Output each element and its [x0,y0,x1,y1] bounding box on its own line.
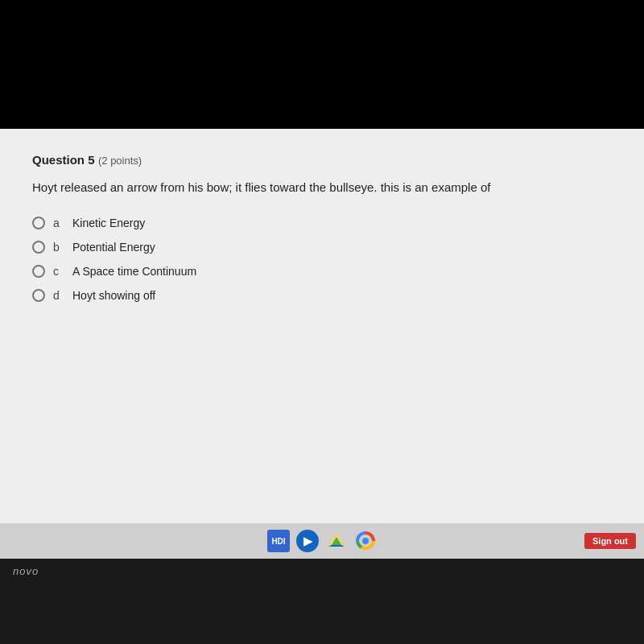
radio-b[interactable] [32,241,45,254]
top-black-bar [0,0,644,129]
question-text: Hoyt released an arrow from his bow; it … [32,179,612,197]
question-label: Question 5 [32,153,95,167]
chrome-icon[interactable] [354,530,377,552]
brand-label: novo [13,565,39,577]
bottom-section: novo [0,559,644,644]
taskbar-right-area: Sign out [584,533,636,549]
drive-icon[interactable] [325,530,348,552]
option-item-b: b Potential Energy [32,241,612,254]
radio-c[interactable] [32,265,45,278]
radio-a[interactable] [32,217,45,229]
option-text-c: A Space time Continuum [72,265,196,278]
taskbar-center-icons: HDI ▶ [267,530,377,552]
hdi-icon[interactable]: HDI [267,530,290,552]
option-letter-b: b [53,241,64,254]
taskbar: HDI ▶ Sign out [0,523,644,559]
media-icon[interactable]: ▶ [296,530,319,552]
options-list: a Kinetic Energy b Potential Energy c A … [32,217,612,302]
option-letter-d: d [53,289,64,302]
option-text-b: Potential Energy [72,241,155,254]
option-text-d: Hoyt showing off [72,289,155,302]
svg-point-4 [362,538,369,544]
option-item-c: c A Space time Continuum [32,265,612,278]
option-letter-a: a [53,217,64,229]
question-points-value: (2 points) [98,155,142,167]
radio-d[interactable] [32,289,45,302]
question-header: Question 5 (2 points) [32,153,612,167]
main-content: Question 5 (2 points) Hoyt released an a… [0,129,644,523]
option-item-a: a Kinetic Energy [32,217,612,229]
sign-out-button[interactable]: Sign out [584,533,636,549]
option-text-a: Kinetic Energy [72,217,145,229]
option-letter-c: c [53,265,64,278]
option-item-d: d Hoyt showing off [32,289,612,302]
